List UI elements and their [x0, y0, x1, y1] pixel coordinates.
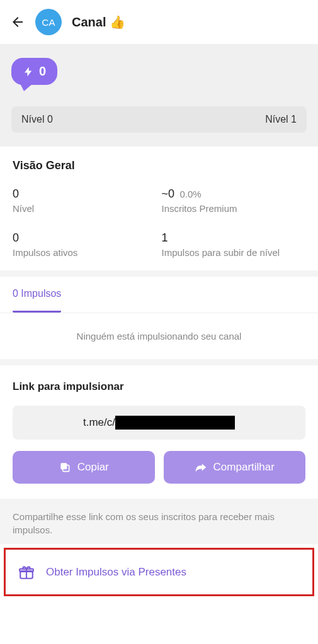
thumbs-up-icon: 👍: [110, 14, 125, 30]
stat-needed-label: Impulsos para subir de nível: [162, 247, 306, 258]
channel-title-text: Canal: [72, 15, 106, 30]
stat-level-label: Nível: [13, 203, 157, 214]
stat-active-value: 0: [13, 231, 157, 245]
copy-button[interactable]: Copiar: [13, 451, 155, 484]
stat-level-value: 0: [13, 187, 157, 201]
stat-needed-boosts: 1 Impulsos para subir de nível: [162, 231, 306, 258]
copy-icon: [59, 461, 71, 474]
level-current: Nível 0: [21, 114, 53, 125]
boosts-tab-section: 0 Impulsos Ninguém está impulsionando se…: [0, 277, 318, 359]
stat-premium: ~0 0.0% Inscritos Premium: [162, 187, 306, 214]
boost-link-prefix: t.me/c/: [83, 416, 115, 429]
boost-link-redacted: [115, 416, 235, 430]
header: CA Canal 👍: [0, 0, 318, 44]
tabs-bar: 0 Impulsos: [0, 277, 318, 313]
stat-premium-pct: 0.0%: [179, 189, 201, 199]
separator: [0, 270, 318, 277]
channel-avatar[interactable]: CA: [35, 9, 62, 35]
link-buttons: Copiar Compartilhar: [13, 451, 305, 484]
channel-title[interactable]: Canal 👍: [72, 14, 125, 30]
boost-link-box[interactable]: t.me/c/: [13, 406, 305, 440]
highlight-box: Obter Impulsos via Presentes: [4, 548, 314, 596]
arrow-left-icon: [10, 14, 25, 30]
empty-boosts-message: Ninguém está impulsionando seu canal: [0, 313, 318, 359]
overview-title: Visão Geral: [13, 159, 305, 172]
copy-button-label: Copiar: [77, 461, 109, 474]
boost-count-badge: 0: [11, 58, 57, 85]
back-button[interactable]: [10, 14, 25, 30]
gift-boosts-label: Obter Impulsos via Presentes: [46, 566, 186, 579]
boost-count-value: 0: [39, 64, 46, 79]
stats-grid: 0 Nível ~0 0.0% Inscritos Premium 0 Impu…: [13, 187, 305, 258]
share-hint: Compartilhe esse link com os seus inscri…: [0, 499, 318, 544]
avatar-initials: CA: [42, 17, 55, 28]
gift-icon: [18, 564, 35, 580]
stat-active-label: Impulsos ativos: [13, 247, 157, 258]
share-icon: [195, 461, 207, 474]
gift-boosts-row[interactable]: Obter Impulsos via Presentes: [6, 550, 312, 594]
separator: [0, 359, 318, 365]
stat-needed-value: 1: [162, 231, 306, 245]
svg-rect-1: [60, 463, 67, 469]
share-button[interactable]: Compartilhar: [164, 451, 306, 484]
stat-active-boosts: 0 Impulsos ativos: [13, 231, 157, 258]
stat-premium-value: ~0: [162, 187, 175, 200]
stat-premium-label: Inscritos Premium: [162, 203, 306, 214]
bolt-icon: [23, 65, 34, 79]
level-progress-bar: Nível 0 Nível 1: [11, 106, 307, 133]
share-button-label: Compartilhar: [213, 461, 275, 474]
level-next: Nível 1: [265, 114, 297, 125]
tab-boosts[interactable]: 0 Impulsos: [13, 277, 61, 313]
boost-link-title: Link para impulsionar: [13, 380, 305, 393]
boost-link-section: Link para impulsionar t.me/c/ Copiar Com…: [0, 365, 318, 499]
stat-level: 0 Nível: [13, 187, 157, 214]
overview-section: Visão Geral 0 Nível ~0 0.0% Inscritos Pr…: [0, 147, 318, 270]
boost-hero: 0 Nível 0 Nível 1: [0, 44, 318, 147]
